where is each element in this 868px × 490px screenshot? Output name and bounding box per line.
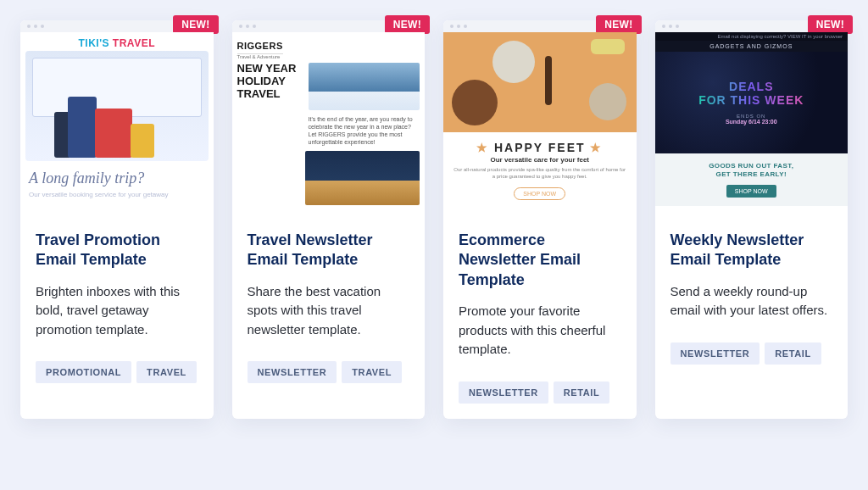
tag-travel[interactable]: TRAVEL xyxy=(342,361,402,383)
template-description: Send a weekly round-up email with your l… xyxy=(670,282,833,320)
template-preview: HAPPY FEET Our versatile care for your f… xyxy=(443,32,637,215)
preview-shop-button: SHOP NOW xyxy=(514,187,565,200)
template-title: Travel Promotion Email Template xyxy=(36,231,198,270)
new-badge: NEW! xyxy=(808,15,853,34)
preview-headline: NEW YEAR HOLIDAY TRAVEL xyxy=(237,63,303,110)
tag-newsletter[interactable]: NEWSLETTER xyxy=(670,342,760,365)
template-preview: Email not displaying correctly? VIEW IT … xyxy=(655,32,849,215)
preview-hero-illustration xyxy=(25,51,209,161)
template-description: Promote your favorite products with this… xyxy=(459,302,621,359)
tag-newsletter[interactable]: NEWSLETTER xyxy=(459,381,548,404)
preview-ends-value: Sunday 6/14 23:00 xyxy=(726,119,777,125)
template-card-grid: NEW! TIKI'S TRAVEL A long family trip? O… xyxy=(20,20,848,419)
template-card[interactable]: NEW! HAPPY FEET Our versatile care for y… xyxy=(443,20,637,419)
template-card[interactable]: NEW! TIKI'S TRAVEL A long family trip? O… xyxy=(20,20,214,419)
preview-brand: GADGETS AND GIZMOS xyxy=(655,41,849,52)
tag-retail[interactable]: RETAIL xyxy=(765,342,821,365)
preview-photo xyxy=(305,151,420,205)
preview-body-text: Our all-natural products provide spa-lik… xyxy=(453,167,626,181)
template-card[interactable]: NEW! Email not displaying correctly? VIE… xyxy=(655,20,849,419)
tag-list: NEWSLETTER RETAIL xyxy=(655,342,849,365)
tag-list: PROMOTIONAL TRAVEL xyxy=(20,361,214,383)
template-description: Share the best vacation spots with this … xyxy=(248,282,410,340)
preview-brand: RIGGERS Travel & Adventure xyxy=(237,37,420,59)
tag-newsletter[interactable]: NEWSLETTER xyxy=(248,361,337,383)
preview-cta-text: GOODS RUN OUT FAST,GET THERE EARLY! xyxy=(659,162,845,180)
template-title: Weekly Newsletter Email Template xyxy=(670,231,833,270)
preview-shop-button: SHOP NOW xyxy=(726,185,776,198)
preview-subline: Our versatile booking service for your g… xyxy=(29,191,214,198)
preview-headline: A long family trip? xyxy=(29,170,214,187)
preview-tagline: Our versatile care for your feet xyxy=(443,156,637,164)
template-description: Brighten inboxes with this bold, travel … xyxy=(36,282,198,340)
template-card[interactable]: NEW! RIGGERS Travel & Adventure NEW YEAR… xyxy=(232,20,426,419)
preview-cta-block: GOODS RUN OUT FAST,GET THERE EARLY! SHOP… xyxy=(655,153,849,206)
tag-list: NEWSLETTER TRAVEL xyxy=(232,361,426,383)
preview-brand: HAPPY FEET xyxy=(443,141,637,154)
template-title: Travel Newsletter Email Template xyxy=(248,231,410,270)
preview-body-text: It's the end of the year, are you ready … xyxy=(309,115,420,146)
tag-retail[interactable]: RETAIL xyxy=(554,381,610,404)
tag-promotional[interactable]: PROMOTIONAL xyxy=(36,361,131,383)
preview-photo xyxy=(309,63,420,110)
preview-hero-photo xyxy=(443,32,637,132)
new-badge: NEW! xyxy=(596,15,641,34)
tag-travel[interactable]: TRAVEL xyxy=(136,361,197,383)
preview-topbar: Email not displaying correctly? VIEW IT … xyxy=(655,32,849,41)
preview-brand: TIKI'S TRAVEL xyxy=(20,37,214,49)
new-badge: NEW! xyxy=(385,15,430,34)
template-preview: TIKI'S TRAVEL A long family trip? Our ve… xyxy=(20,32,214,215)
tag-list: NEWSLETTER RETAIL xyxy=(443,381,637,404)
preview-hero: DEALSFOR THIS WEEK ENDS ON Sunday 6/14 2… xyxy=(655,52,849,153)
template-title: Ecommerce Newsletter Email Template xyxy=(459,231,621,290)
preview-headline: DEALSFOR THIS WEEK xyxy=(698,81,804,107)
new-badge: NEW! xyxy=(173,15,218,34)
template-preview: RIGGERS Travel & Adventure NEW YEAR HOLI… xyxy=(232,32,426,215)
